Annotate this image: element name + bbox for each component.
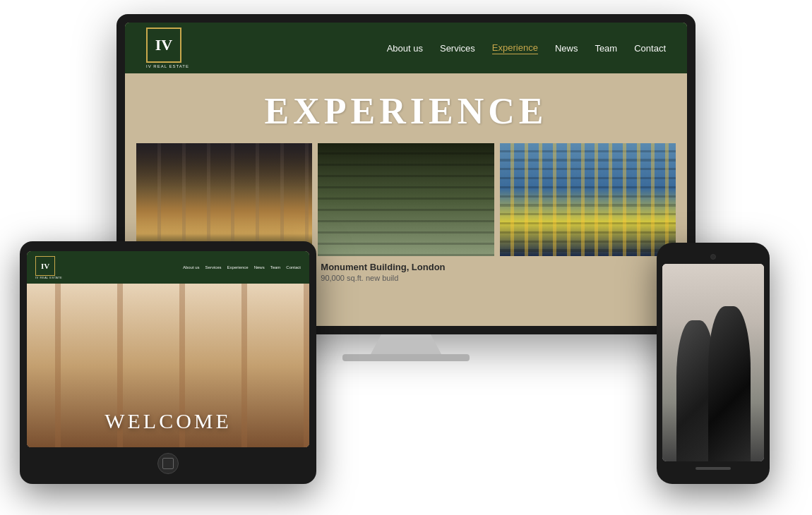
site-header: IV IV REAL ESTATE About us Services Expe… [125, 23, 687, 73]
property-desc-2: 90,000 sq.ft. new build [321, 274, 491, 282]
tablet-nav-experience[interactable]: Experience [227, 265, 249, 269]
nav-team[interactable]: Team [595, 43, 617, 54]
tablet-nav-team[interactable]: Team [270, 265, 281, 269]
tablet: IV IV REAL ESTATE About us Services Expe… [20, 241, 316, 484]
property-name-2: Monument Building, London [321, 262, 491, 272]
phone-camera [710, 254, 716, 260]
logo-subtitle: IV REAL ESTATE [146, 64, 189, 68]
tablet-nav-news[interactable]: News [254, 265, 265, 269]
monitor-base [342, 354, 470, 361]
nav-contact[interactable]: Contact [634, 43, 666, 54]
tablet-nav-contact[interactable]: Contact [286, 265, 301, 269]
tablet-screen: IV IV REAL ESTATE About us Services Expe… [27, 251, 309, 447]
person-2-silhouette [708, 306, 751, 461]
property-image-3 [500, 143, 676, 256]
logo-group: IV IV REAL ESTATE [146, 28, 189, 68]
logo-iv: IV [155, 36, 172, 54]
nav-news[interactable]: News [555, 43, 578, 54]
tablet-nav-about[interactable]: About us [183, 265, 200, 269]
property-info-2: Monument Building, London 90,000 sq.ft. … [318, 256, 494, 288]
property-image-2 [318, 143, 494, 256]
nav-experience[interactable]: Experience [492, 42, 538, 54]
site-nav: About us Services Experience News Team C… [387, 42, 666, 54]
tablet-logo-sub: IV REAL ESTATE [35, 276, 62, 279]
property-image-1 [136, 143, 312, 256]
nav-about[interactable]: About us [387, 43, 423, 54]
property-info-3 [500, 256, 676, 269]
scene: IV IV REAL ESTATE About us Services Expe… [0, 0, 812, 515]
logo-box: IV [146, 28, 181, 63]
phone-people-image [662, 293, 764, 461]
tablet-home-button[interactable] [157, 453, 179, 474]
nav-services[interactable]: Services [440, 43, 475, 54]
tablet-welcome-text: WELCOME [105, 409, 232, 433]
tablet-logo-box: IV [35, 256, 55, 276]
phone-website [662, 264, 764, 461]
monitor-stand [371, 334, 441, 354]
tablet-nav-services[interactable]: Services [205, 265, 222, 269]
property-card-2: Monument Building, London 90,000 sq.ft. … [318, 143, 494, 326]
phone-frame [657, 243, 770, 484]
phone [657, 243, 770, 484]
hero-title: EXPERIENCE [265, 90, 548, 132]
tablet-nav: About us Services Experience News Team C… [183, 265, 301, 269]
phone-home-indicator[interactable] [695, 467, 731, 470]
tablet-frame: IV IV REAL ESTATE About us Services Expe… [20, 241, 316, 484]
tablet-header: IV IV REAL ESTATE About us Services Expe… [27, 251, 309, 284]
property-card-3 [500, 143, 676, 326]
tablet-website: IV IV REAL ESTATE About us Services Expe… [27, 251, 309, 447]
tablet-hero: WELCOME [27, 284, 309, 447]
tablet-logo-group: IV IV REAL ESTATE [35, 256, 62, 279]
phone-screen [662, 264, 764, 461]
tablet-logo-iv: IV [41, 262, 49, 270]
